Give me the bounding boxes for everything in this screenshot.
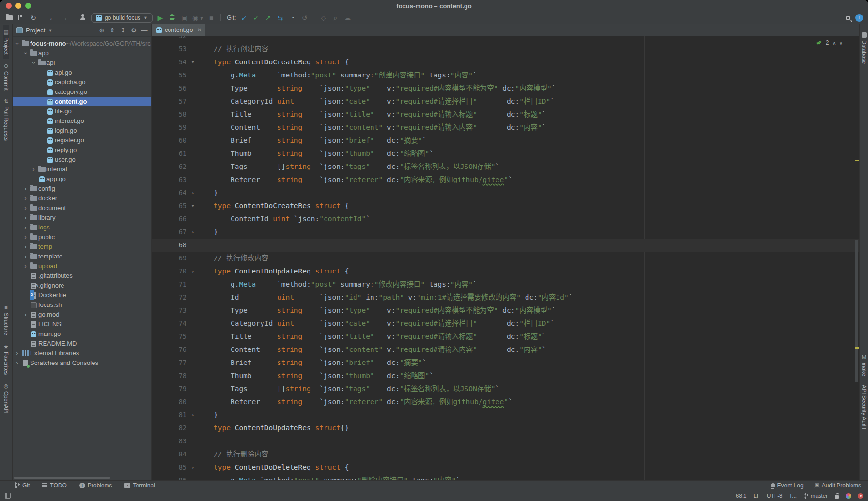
- fold-marker-icon[interactable]: ▿: [186, 199, 199, 213]
- tree-item--gitattributes[interactable]: .gitattributes: [13, 271, 151, 281]
- chevron-collapsed-icon[interactable]: ›: [25, 234, 27, 241]
- code-line-59[interactable]: 59 Content string `json:"content" v:"req…: [152, 121, 859, 134]
- stripe-tab-project[interactable]: ▤Project: [3, 25, 9, 59]
- chevron-collapsed-icon[interactable]: ›: [33, 166, 35, 173]
- git-branch-widget[interactable]: master: [804, 493, 828, 499]
- toolwindow-button-problems[interactable]: !Problems: [79, 482, 112, 489]
- editor-scrollbar[interactable]: [855, 240, 858, 382]
- code-line-83[interactable]: 83: [152, 435, 859, 448]
- code-line-81[interactable]: 81▵}: [152, 409, 859, 422]
- git-commit-icon[interactable]: ✓: [252, 15, 261, 21]
- tree-item-template[interactable]: ›template: [13, 252, 151, 261]
- tab-content-go[interactable]: content.go ✕: [152, 24, 205, 36]
- profiler-icon[interactable]: ◉ ▾: [192, 15, 203, 21]
- tree-item-config[interactable]: ›config: [13, 184, 151, 194]
- back-icon[interactable]: ←: [48, 15, 57, 21]
- code-line-63[interactable]: 63 Referer string `json:"referer" dc:"内容…: [152, 173, 859, 186]
- stripe-tab-favorites[interactable]: ★Favorites: [3, 340, 9, 379]
- code-line-65[interactable]: 65▿type ContentDoCreateRes struct {: [152, 199, 859, 213]
- fold-marker-icon[interactable]: [186, 369, 199, 382]
- code-line-62[interactable]: 62 Tags []string `json:"tags" dc:"标签名称列表…: [152, 160, 859, 173]
- fold-marker-icon[interactable]: [186, 36, 199, 43]
- stripe-tab-make[interactable]: Mmake: [861, 350, 867, 380]
- tree-item-user-go[interactable]: user.go: [13, 155, 151, 165]
- line-number[interactable]: 83: [152, 435, 186, 448]
- code-line-72[interactable]: 72 Id uint `json:"id" in:"path" v:"min:1…: [152, 291, 859, 304]
- tree-item-captcha-go[interactable]: captcha.go: [13, 77, 151, 87]
- user-settings-icon[interactable]: [79, 14, 88, 21]
- code-viewport[interactable]: 5253// 执行创建内容54▿type ContentDoCreateReq …: [152, 36, 859, 480]
- stripe-tab-commit[interactable]: ⊙Commit: [3, 59, 9, 95]
- indent-indicator[interactable]: T...: [790, 493, 797, 499]
- open-icon[interactable]: [5, 15, 14, 21]
- chevron-expanded-icon[interactable]: ›: [21, 50, 31, 57]
- fold-marker-icon[interactable]: [186, 474, 199, 480]
- tree-item-upload[interactable]: ›upload: [13, 261, 151, 271]
- chevron-collapsed-icon[interactable]: ›: [25, 185, 27, 192]
- fold-marker-icon[interactable]: [186, 252, 199, 265]
- line-number[interactable]: 82: [152, 422, 186, 435]
- fold-marker-icon[interactable]: ▵: [186, 409, 199, 422]
- fold-marker-icon[interactable]: [186, 213, 199, 226]
- tree-item-docker[interactable]: ›docker: [13, 194, 151, 203]
- tree-item-readme-md[interactable]: README.MD: [13, 339, 151, 349]
- line-number[interactable]: 74: [152, 317, 186, 330]
- line-number[interactable]: 52: [152, 36, 186, 43]
- code-line-85[interactable]: 85▿type ContentDoDeleteReq struct {: [152, 461, 859, 474]
- line-number[interactable]: 66: [152, 213, 186, 226]
- fold-marker-icon[interactable]: [186, 382, 199, 395]
- code-line-70[interactable]: 70▿type ContentDoUpdateReq struct {: [152, 265, 859, 278]
- fold-marker-icon[interactable]: [186, 43, 199, 56]
- notification-error-icon[interactable]: [858, 493, 863, 499]
- code-line-55[interactable]: 55 g.Meta `method:"post" summary:"创建内容接口…: [152, 69, 859, 82]
- chevron-down-icon[interactable]: ▼: [48, 28, 52, 33]
- line-number[interactable]: 77: [152, 356, 186, 369]
- fold-marker-icon[interactable]: ▿: [186, 461, 199, 474]
- tree-item-dockerfile[interactable]: Dockerfile: [13, 290, 151, 300]
- tree-item-public[interactable]: ›public: [13, 232, 151, 242]
- warning-stripe-mark[interactable]: [855, 347, 859, 349]
- fold-marker-icon[interactable]: [186, 121, 199, 134]
- fold-marker-icon[interactable]: [186, 82, 199, 95]
- line-number[interactable]: 56: [152, 82, 186, 95]
- chevron-collapsed-icon[interactable]: ›: [16, 350, 18, 357]
- fold-marker-icon[interactable]: [186, 239, 199, 252]
- code-line-78[interactable]: 78 Thumb string `json:"thumb" dc:"缩略图"`: [152, 369, 859, 382]
- lock-icon[interactable]: [835, 495, 839, 499]
- line-number[interactable]: 84: [152, 448, 186, 461]
- fold-marker-icon[interactable]: [186, 69, 199, 82]
- line-number[interactable]: 62: [152, 160, 186, 173]
- tree-item-file-go[interactable]: file.go: [13, 106, 151, 116]
- line-number[interactable]: 78: [152, 369, 186, 382]
- locate-file-icon[interactable]: ⊕: [98, 27, 106, 34]
- code-line-57[interactable]: 57 CategoryId uint `json:"cate" v:"requi…: [152, 95, 859, 108]
- code-line-53[interactable]: 53// 执行创建内容: [152, 43, 859, 56]
- update-available-badge[interactable]: ↑: [855, 14, 863, 22]
- code-line-56[interactable]: 56 Type string `json:"type" v:"required#…: [152, 82, 859, 95]
- inspections-widget[interactable]: ✔✔ 2 ∧ ∨: [816, 39, 843, 46]
- line-number[interactable]: 79: [152, 382, 186, 395]
- line-number[interactable]: 73: [152, 304, 186, 317]
- line-number[interactable]: 68: [152, 239, 186, 252]
- minimize-window-button[interactable]: [16, 3, 21, 9]
- chevron-collapsed-icon[interactable]: ›: [25, 205, 27, 212]
- tree-item--gitignore[interactable]: .gitignore: [13, 281, 151, 290]
- tree-item-register-go[interactable]: register.go: [13, 136, 151, 145]
- code-line-68[interactable]: 68: [152, 239, 859, 252]
- tool-window-switcher-icon[interactable]: [5, 493, 11, 499]
- chevron-collapsed-icon[interactable]: ›: [25, 243, 27, 250]
- line-number[interactable]: 63: [152, 173, 186, 186]
- code-line-66[interactable]: 66 ContentId uint `json:"contentId"`: [152, 213, 859, 226]
- stop-button[interactable]: ■: [207, 15, 216, 21]
- fold-marker-icon[interactable]: [186, 422, 199, 435]
- stripe-tab-structure[interactable]: ≡Structure: [3, 301, 9, 340]
- tree-item-external-libraries[interactable]: ›External Libraries: [13, 349, 151, 358]
- fold-marker-icon[interactable]: [186, 356, 199, 369]
- line-number[interactable]: 69: [152, 252, 186, 265]
- fold-marker-icon[interactable]: [186, 278, 199, 291]
- project-panel-title[interactable]: Project: [26, 27, 45, 34]
- tree-item-interact-go[interactable]: interact.go: [13, 116, 151, 126]
- settings-gear-icon[interactable]: ⚙: [130, 27, 138, 34]
- line-number[interactable]: 67: [152, 226, 186, 239]
- line-number[interactable]: 59: [152, 121, 186, 134]
